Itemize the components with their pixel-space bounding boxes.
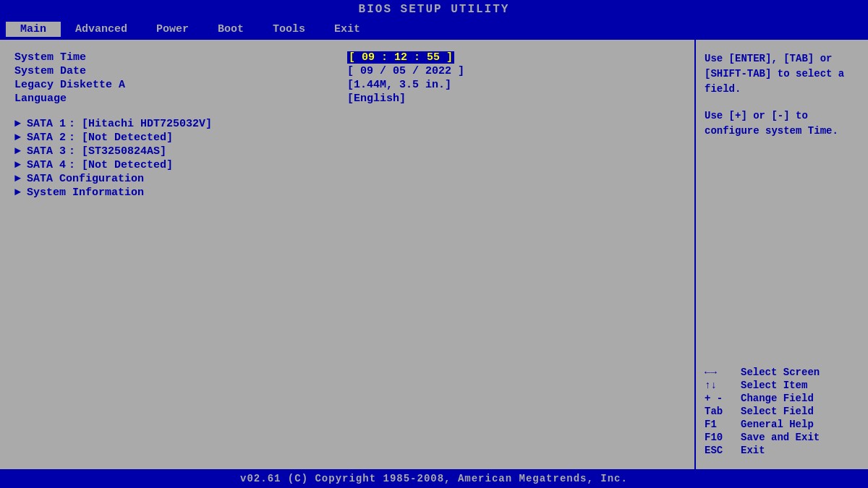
shortcuts-area: ←→ Select Screen ↑↓ Select Item + - Chan… xyxy=(705,361,859,458)
shortcut-desc-field: Change Field xyxy=(741,393,814,404)
shortcut-esc: ESC Exit xyxy=(705,445,859,456)
shortcut-key-plusminus: + - xyxy=(705,393,741,404)
menu-item-tools[interactable]: Tools xyxy=(258,22,320,37)
shortcut-desc-item: Select Item xyxy=(741,380,807,391)
shortcut-key-tab: Tab xyxy=(705,406,741,417)
shortcut-key-arrows: ←→ xyxy=(705,367,741,378)
footer-text: v02.61 (C) Copyright 1985-2008, American… xyxy=(240,473,628,484)
shortcut-key-updown: ↑↓ xyxy=(705,380,741,391)
shortcut-desc-screen: Select Screen xyxy=(741,367,820,378)
shortcut-tab: Tab Select Field xyxy=(705,406,859,417)
language-row: Language [English] xyxy=(14,93,680,105)
sata4-arrow: ► xyxy=(14,159,21,171)
footer: v02.61 (C) Copyright 1985-2008, American… xyxy=(0,469,868,488)
menu-item-boot[interactable]: Boot xyxy=(203,22,258,37)
shortcut-desc-esc: Exit xyxy=(741,445,765,456)
sata1-value: : [Hitachi HDT725032V] xyxy=(69,118,212,130)
shortcut-change-field: + - Change Field xyxy=(705,393,859,404)
menu-item-exit[interactable]: Exit xyxy=(320,22,375,37)
shortcut-desc-f1: General Help xyxy=(741,419,814,430)
sata3-value: : [ST3250824AS] xyxy=(69,145,166,158)
bios-screen: BIOS SETUP UTILITY Main Advanced Power B… xyxy=(0,0,868,488)
help-text-2: Use [+] or [-] to configure system Time. xyxy=(705,108,859,139)
sata1-row[interactable]: ► SATA 1 : [Hitachi HDT725032V] xyxy=(14,118,680,130)
system-time-row: System Time [ 09 : 12 : 55 ] xyxy=(14,51,680,64)
sata3-row[interactable]: ► SATA 3 : [ST3250824AS] xyxy=(14,145,680,158)
sata-config-label: SATA Configuration xyxy=(27,173,144,185)
legacy-diskette-row: Legacy Diskette A [1.44M, 3.5 in.] xyxy=(14,79,680,91)
menu-item-main[interactable]: Main xyxy=(6,22,61,37)
sata1-label: SATA 1 xyxy=(27,118,66,130)
system-info-arrow: ► xyxy=(14,187,21,199)
help-text-1: Use [ENTER], [TAB] or [SHIFT-TAB] to sel… xyxy=(705,51,859,97)
shortcut-key-f1: F1 xyxy=(705,419,741,430)
sata3-label: SATA 3 xyxy=(27,145,66,158)
menu-item-power[interactable]: Power xyxy=(142,22,203,37)
shortcut-key-esc: ESC xyxy=(705,445,741,456)
system-time-value[interactable]: [ 09 : 12 : 55 ] xyxy=(347,51,454,64)
shortcut-select-screen: ←→ Select Screen xyxy=(705,367,859,378)
shortcut-desc-f10: Save and Exit xyxy=(741,432,820,443)
legacy-diskette-label: Legacy Diskette A xyxy=(14,79,347,91)
system-info-row[interactable]: ► System Information xyxy=(14,187,680,199)
menu-bar: Main Advanced Power Boot Tools Exit xyxy=(0,19,868,40)
sata4-label: SATA 4 xyxy=(27,159,66,171)
language-value[interactable]: [English] xyxy=(347,93,406,105)
title-bar: BIOS SETUP UTILITY xyxy=(0,0,868,19)
sata2-row[interactable]: ► SATA 2 : [Not Detected] xyxy=(14,132,680,144)
sata-config-row[interactable]: ► SATA Configuration xyxy=(14,173,680,185)
main-panel: System Time [ 09 : 12 : 55 ] System Date… xyxy=(0,40,694,469)
system-time-label: System Time xyxy=(14,51,347,64)
shortcut-select-item: ↑↓ Select Item xyxy=(705,380,859,391)
shortcut-desc-tab: Select Field xyxy=(741,406,814,417)
sata2-arrow: ► xyxy=(14,132,21,144)
language-label: Language xyxy=(14,93,347,105)
menu-item-advanced[interactable]: Advanced xyxy=(61,22,142,37)
help-panel: Use [ENTER], [TAB] or [SHIFT-TAB] to sel… xyxy=(694,40,868,469)
sata2-label: SATA 2 xyxy=(27,132,66,144)
system-date-value[interactable]: [ 09 / 05 / 2022 ] xyxy=(347,65,464,77)
help-text-area: Use [ENTER], [TAB] or [SHIFT-TAB] to sel… xyxy=(705,51,859,139)
sata4-row[interactable]: ► SATA 4 : [Not Detected] xyxy=(14,159,680,171)
system-date-label: System Date xyxy=(14,65,347,77)
shortcut-f1: F1 General Help xyxy=(705,419,859,430)
sata3-arrow: ► xyxy=(14,145,21,158)
sata2-value: : [Not Detected] xyxy=(69,132,173,144)
sata-config-arrow: ► xyxy=(14,173,21,185)
shortcut-f10: F10 Save and Exit xyxy=(705,432,859,443)
sata4-value: : [Not Detected] xyxy=(69,159,173,171)
shortcut-key-f10: F10 xyxy=(705,432,741,443)
sata1-arrow: ► xyxy=(14,118,21,130)
system-date-row: System Date [ 09 / 05 / 2022 ] xyxy=(14,65,680,77)
content-area: System Time [ 09 : 12 : 55 ] System Date… xyxy=(0,40,868,469)
title-text: BIOS SETUP UTILITY xyxy=(359,3,510,16)
legacy-diskette-value[interactable]: [1.44M, 3.5 in.] xyxy=(347,79,451,91)
system-info-label: System Information xyxy=(27,187,144,199)
